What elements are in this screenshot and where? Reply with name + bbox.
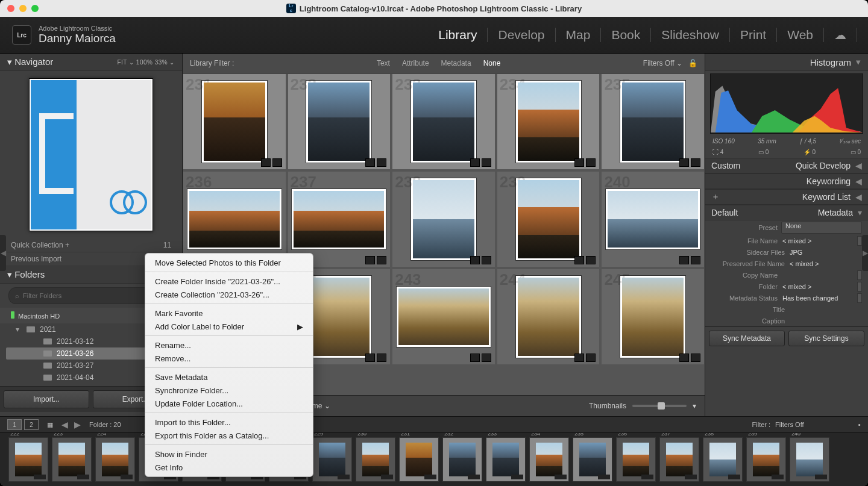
- navigator-header[interactable]: ▾ Navigator FIT ⌄ 100% 33% ⌄: [0, 54, 182, 71]
- context-menu-item[interactable]: Save Metadata: [145, 370, 313, 384]
- metadata-set-select[interactable]: Default: [711, 208, 778, 217]
- import-button[interactable]: Import...: [4, 390, 89, 408]
- filmstrip-thumb[interactable]: 240: [790, 437, 829, 482]
- library-filter-tab-none[interactable]: None: [483, 59, 501, 67]
- grid-cell[interactable]: 244: [497, 269, 600, 365]
- catalog-row[interactable]: Quick Collection +11: [0, 238, 182, 252]
- metadata-action-icon[interactable]: [857, 270, 862, 280]
- context-menu-item[interactable]: Export this Folder as a Catalog...: [145, 429, 313, 442]
- library-filter-tab-text[interactable]: Text: [377, 59, 390, 67]
- grid-cell[interactable]: 239: [497, 171, 600, 267]
- filmstrip-thumb[interactable]: 235: [573, 437, 612, 482]
- metadata-header[interactable]: Default Metadata▾: [705, 205, 868, 220]
- sync-settings-button[interactable]: Sync Settings: [788, 331, 864, 346]
- histogram-display[interactable]: [710, 73, 863, 134]
- close-window-button[interactable]: [7, 5, 14, 12]
- minimize-window-button[interactable]: [19, 5, 27, 12]
- histogram-header[interactable]: Histogram▾: [705, 54, 868, 71]
- metadata-preset-select[interactable]: None: [781, 222, 862, 234]
- context-menu-item[interactable]: Remove...: [145, 352, 313, 365]
- screen-selector[interactable]: 1 2: [7, 419, 39, 430]
- filmstrip-filter-select[interactable]: Filters Off: [775, 420, 854, 429]
- metadata-field-row[interactable]: Title: [705, 304, 868, 315]
- grid-cell[interactable]: 234: [497, 73, 600, 170]
- keyword-list-header[interactable]: ＋ Keyword List◀: [705, 189, 868, 205]
- filmstrip[interactable]: 2222232242252262272282292302312322332342…: [0, 432, 868, 486]
- grid-cell[interactable]: 235: [601, 73, 705, 170]
- filmstrip-thumb[interactable]: 222: [8, 437, 48, 482]
- grid-cell[interactable]: 233: [392, 73, 495, 170]
- metadata-action-icon[interactable]: [857, 293, 862, 303]
- filmstrip-thumb[interactable]: 237: [659, 437, 699, 482]
- nav-back-icon[interactable]: ◀: [61, 420, 68, 429]
- filters-off-dropdown[interactable]: Filters Off ⌄: [643, 59, 682, 67]
- grid-cell[interactable]: 232: [288, 73, 391, 170]
- keywording-header[interactable]: Keywording◀: [705, 173, 868, 189]
- context-menu-item[interactable]: Create Collection "2021-03-26"...: [145, 288, 313, 301]
- filmstrip-thumb[interactable]: 231: [399, 437, 439, 482]
- filter-lock-icon[interactable]: ▪: [858, 421, 861, 428]
- screen-1-button[interactable]: 1: [7, 419, 22, 430]
- grid-cell[interactable]: 238: [392, 171, 495, 267]
- context-menu-item[interactable]: Import to this Folder...: [145, 416, 313, 429]
- thumbnail-size-slider[interactable]: [632, 405, 687, 407]
- module-tab-map[interactable]: Map: [556, 28, 602, 42]
- grid-mode-icon[interactable]: ▦: [47, 421, 53, 429]
- nav-forward-icon[interactable]: ▶: [74, 420, 81, 429]
- filmstrip-thumb[interactable]: 232: [442, 437, 482, 482]
- navigator-preview[interactable]: [0, 71, 182, 238]
- library-filter-tab-metadata[interactable]: Metadata: [441, 59, 471, 67]
- module-tab-web[interactable]: Web: [777, 28, 824, 42]
- metadata-field-row[interactable]: File Name< mixed >: [705, 235, 868, 246]
- breadcrumb[interactable]: Folder : 20: [89, 421, 121, 428]
- metadata-field-row[interactable]: Folder< mixed >: [705, 281, 868, 292]
- library-filter-tab-attribute[interactable]: Attribute: [402, 59, 429, 67]
- add-keyword-icon[interactable]: ＋: [711, 192, 720, 202]
- filmstrip-thumb[interactable]: 223: [52, 437, 92, 482]
- filmstrip-thumb[interactable]: 239: [746, 437, 786, 482]
- context-menu-item[interactable]: Rename...: [145, 338, 313, 352]
- metadata-field-row[interactable]: Preserved File Name< mixed >: [705, 258, 868, 269]
- filmstrip-thumb[interactable]: 230: [356, 437, 395, 482]
- quick-develop-preset-select[interactable]: Custom: [711, 161, 766, 170]
- module-tab-library[interactable]: Library: [428, 28, 488, 42]
- context-menu-item[interactable]: Add Color Label to Folder▶: [145, 320, 313, 333]
- quick-develop-header[interactable]: Custom Quick Develop◀: [705, 158, 868, 173]
- lock-icon[interactable]: 🔓: [688, 59, 697, 67]
- filmstrip-thumb[interactable]: 229: [312, 437, 352, 482]
- zoom-window-button[interactable]: [31, 5, 39, 12]
- context-menu-item[interactable]: Get Info: [145, 461, 313, 474]
- module-tab-book[interactable]: Book: [601, 28, 651, 42]
- grid-cell[interactable]: 245: [601, 269, 705, 365]
- filmstrip-thumb[interactable]: 224: [95, 437, 135, 482]
- screen-2-button[interactable]: 2: [24, 419, 39, 430]
- toolbar-menu-icon[interactable]: ▾: [693, 402, 696, 410]
- module-tab-print[interactable]: Print: [730, 28, 777, 42]
- filmstrip-thumb[interactable]: 236: [616, 437, 656, 482]
- context-menu-item[interactable]: Show in Finder: [145, 447, 313, 461]
- grid-cell[interactable]: 243: [392, 269, 495, 365]
- left-panel-collapse-handle[interactable]: ◀: [0, 235, 6, 271]
- context-menu-item[interactable]: Move Selected Photos to this Folder: [145, 256, 313, 269]
- metadata-action-icon[interactable]: [857, 282, 862, 291]
- context-menu-item[interactable]: Mark Favorite: [145, 307, 313, 320]
- grid-cell[interactable]: 231: [183, 73, 286, 170]
- module-tab-slideshow[interactable]: Slideshow: [651, 28, 730, 42]
- metadata-field-row[interactable]: Caption: [705, 315, 868, 326]
- context-menu-item[interactable]: Update Folder Location...: [145, 397, 313, 410]
- metadata-field-row[interactable]: Metadata StatusHas been changed: [705, 292, 868, 304]
- filmstrip-thumb[interactable]: 234: [529, 437, 569, 482]
- metadata-field-row[interactable]: Sidecar FilesJPG: [705, 246, 868, 258]
- navigator-mode-picker[interactable]: FIT ⌄ 100% 33% ⌄: [117, 59, 175, 66]
- filmstrip-thumb[interactable]: 238: [703, 437, 743, 482]
- context-menu-item[interactable]: Synchronize Folder...: [145, 384, 313, 397]
- module-tab-develop[interactable]: Develop: [488, 28, 555, 42]
- sync-metadata-button[interactable]: Sync Metadata: [709, 331, 785, 346]
- metadata-action-icon[interactable]: [857, 236, 862, 246]
- cloud-sync-icon[interactable]: ☁: [824, 28, 857, 42]
- right-panel-collapse-handle[interactable]: ▶: [862, 235, 868, 271]
- grid-cell[interactable]: 240: [601, 171, 705, 267]
- context-menu-item[interactable]: Create Folder Inside "2021-03-26"...: [145, 275, 313, 288]
- filmstrip-thumb[interactable]: 233: [486, 437, 526, 482]
- metadata-field-row[interactable]: Copy Name: [705, 269, 868, 281]
